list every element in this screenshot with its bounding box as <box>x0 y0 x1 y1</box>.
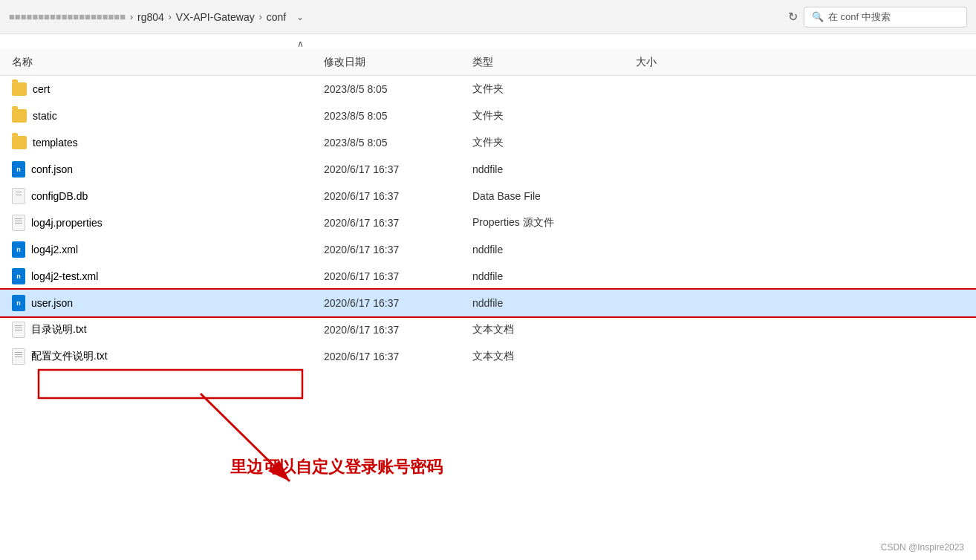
list-item[interactable]: templates 2023/8/5 8:05 文件夹 <box>0 129 976 156</box>
file-list: cert 2023/8/5 8:05 文件夹 static 2023/8/5 8… <box>0 76 976 370</box>
path-gateway[interactable]: VX-API-Gateway <box>176 11 255 23</box>
file-name: conf.json <box>31 163 73 175</box>
file-name-cell: conf.json <box>0 161 312 178</box>
svg-line-1 <box>201 394 290 481</box>
file-date: 2020/6/17 16:37 <box>312 190 461 202</box>
file-name: templates <box>33 137 78 149</box>
file-name-cell: templates <box>0 136 312 149</box>
file-date: 2020/6/17 16:37 <box>312 217 461 229</box>
file-date: 2023/8/5 8:05 <box>312 137 461 149</box>
file-type: 文件夹 <box>461 109 624 123</box>
svg-rect-2 <box>39 370 302 398</box>
watermark: CSDN @Inspire2023 <box>881 542 964 553</box>
file-type: 文件夹 <box>461 82 624 96</box>
path-sep-0: › <box>130 12 133 22</box>
search-placeholder: 在 conf 中搜索 <box>828 10 891 24</box>
list-item[interactable]: log4j2.xml 2020/6/17 16:37 nddfile <box>0 236 976 263</box>
file-name: log4j.properties <box>31 217 103 229</box>
file-name-cell: log4j2.xml <box>0 241 312 258</box>
txt-icon <box>12 322 25 338</box>
list-item[interactable]: 目录说明.txt 2020/6/17 16:37 文本文档 <box>0 316 976 343</box>
file-name-cell: log4j2-test.xml <box>0 268 312 284</box>
file-name: user.json <box>31 297 73 309</box>
file-type: nddfile <box>461 244 624 255</box>
file-type: Properties 源文件 <box>461 216 624 229</box>
list-item[interactable]: user.json 2020/6/17 16:37 nddfile <box>0 290 976 316</box>
path-blur: ■■■■■■■■■■■■■■■■■■■■ <box>9 11 126 22</box>
file-name-cell: cert <box>0 82 312 96</box>
file-type: 文件夹 <box>461 136 624 149</box>
file-type: nddfile <box>461 163 624 175</box>
file-name: log4j2.xml <box>31 244 78 255</box>
ndd-icon <box>12 161 25 178</box>
search-box[interactable]: 🔍 在 conf 中搜索 <box>804 7 967 27</box>
file-name: 目录说明.txt <box>31 323 87 336</box>
file-name: cert <box>33 83 50 95</box>
file-date: 2020/6/17 16:37 <box>312 324 461 336</box>
sort-up-arrow-icon[interactable]: ∧ <box>297 39 304 49</box>
file-name-cell: user.json <box>0 295 312 311</box>
file-date: 2023/8/5 8:05 <box>312 83 461 95</box>
file-name-cell: 目录说明.txt <box>0 322 312 338</box>
file-type: nddfile <box>461 297 624 309</box>
path-sep-1: › <box>169 12 172 22</box>
file-name-cell: log4j.properties <box>0 215 312 231</box>
file-name-cell: static <box>0 109 312 123</box>
file-name-cell: 配置文件说明.txt <box>0 348 312 365</box>
file-type: Data Base File <box>461 190 624 202</box>
file-date: 2020/6/17 16:37 <box>312 163 461 175</box>
file-date: 2020/6/17 16:37 <box>312 351 461 362</box>
folder-icon <box>12 82 27 96</box>
header-name[interactable]: 名称 <box>0 56 312 69</box>
file-date: 2020/6/17 16:37 <box>312 244 461 255</box>
file-type: 文本文档 <box>461 350 624 363</box>
annotation-text: 里边可以自定义登录账号密码 <box>230 456 443 478</box>
file-name: 配置文件说明.txt <box>31 350 108 363</box>
header-type[interactable]: 类型 <box>461 56 624 69</box>
path-sep-2: › <box>259 12 262 22</box>
list-item[interactable]: configDB.db 2020/6/17 16:37 Data Base Fi… <box>0 183 976 209</box>
path-conf[interactable]: conf <box>267 11 286 23</box>
list-item[interactable]: 配置文件说明.txt 2020/6/17 16:37 文本文档 <box>0 343 976 370</box>
txt-icon <box>12 348 25 365</box>
list-item[interactable]: conf.json 2020/6/17 16:37 nddfile <box>0 156 976 183</box>
address-bar: ■■■■■■■■■■■■■■■■■■■■ › rg804 › VX-API-Ga… <box>0 0 976 34</box>
file-name-cell: configDB.db <box>0 188 312 204</box>
list-item[interactable]: static 2023/8/5 8:05 文件夹 <box>0 102 976 129</box>
file-date: 2023/8/5 8:05 <box>312 110 461 122</box>
list-item[interactable]: log4j.properties 2020/6/17 16:37 Propert… <box>0 209 976 236</box>
file-name: static <box>33 110 57 122</box>
table-header: 名称 修改日期 类型 大小 <box>0 49 976 76</box>
path-chevron-icon[interactable]: ⌄ <box>296 12 304 22</box>
file-name: configDB.db <box>31 190 88 202</box>
folder-icon <box>12 136 27 149</box>
ndd-icon <box>12 268 25 284</box>
header-date[interactable]: 修改日期 <box>312 56 461 69</box>
ndd-icon <box>12 295 25 311</box>
address-path: ■■■■■■■■■■■■■■■■■■■■ › rg804 › VX-API-Ga… <box>9 11 781 23</box>
file-date: 2020/6/17 16:37 <box>312 297 461 309</box>
refresh-button[interactable]: ↻ <box>781 6 804 28</box>
file-type: 文本文档 <box>461 323 624 336</box>
list-item[interactable]: cert 2023/8/5 8:05 文件夹 <box>0 76 976 102</box>
file-browser: ∧ 名称 修改日期 类型 大小 cert 2023/8/5 8:05 文件夹 s… <box>0 34 976 370</box>
file-date: 2020/6/17 16:37 <box>312 270 461 282</box>
path-rg804[interactable]: rg804 <box>137 11 164 23</box>
file-type: nddfile <box>461 270 624 282</box>
ndd-icon <box>12 241 25 258</box>
file-name: log4j2-test.xml <box>31 270 98 282</box>
header-size[interactable]: 大小 <box>624 56 976 69</box>
folder-icon <box>12 109 27 123</box>
list-item[interactable]: log4j2-test.xml 2020/6/17 16:37 nddfile <box>0 263 976 290</box>
search-icon: 🔍 <box>812 11 824 22</box>
txt-icon <box>12 215 25 231</box>
db-icon <box>12 188 25 204</box>
